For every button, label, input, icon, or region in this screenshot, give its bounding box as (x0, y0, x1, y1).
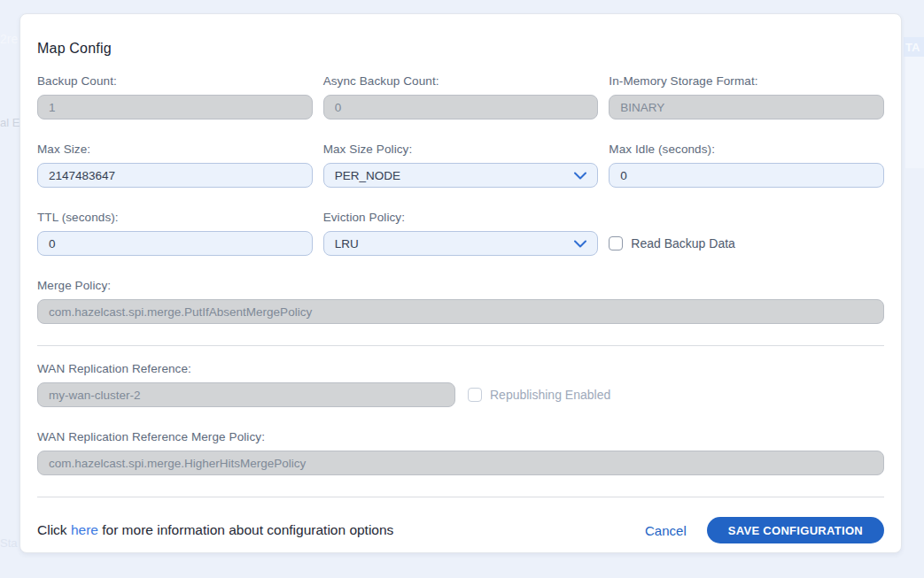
section-divider (37, 345, 884, 346)
max-size-label: Max Size: (37, 143, 313, 156)
eviction-policy-field: Eviction Policy: LRU (323, 212, 599, 256)
dialog-title: Map Config (37, 41, 884, 57)
ttl-label: TTL (seconds): (37, 212, 313, 224)
info-text: Click here for more information about co… (37, 522, 393, 538)
read-backup-data-checkbox[interactable] (609, 236, 623, 250)
max-idle-input[interactable] (609, 163, 884, 188)
async-backup-count-field: Async Backup Count: (323, 75, 599, 119)
background-text-fragment: al E (0, 116, 19, 129)
merge-policy-input (37, 299, 884, 324)
backup-count-label: Backup Count: (37, 75, 313, 88)
max-size-input[interactable] (37, 163, 313, 188)
chevron-down-icon (574, 172, 586, 180)
footer-actions: Cancel SAVE CONFIGURATION (645, 517, 884, 543)
max-size-field: Max Size: (37, 143, 313, 188)
async-backup-count-input (323, 95, 599, 119)
max-idle-label: Max Idle (seconds): (609, 143, 884, 156)
eviction-policy-select[interactable]: LRU (323, 231, 599, 256)
wan-merge-policy-field: WAN Replication Reference Merge Policy: (37, 431, 884, 475)
here-link[interactable]: here (71, 522, 98, 537)
backup-count-field: Backup Count: (37, 75, 313, 119)
map-config-dialog: Map Config Backup Count: Async Backup Co… (19, 13, 902, 553)
background-panel-fragment (905, 57, 924, 168)
background-text-fragment: 2re (0, 32, 18, 46)
chevron-down-icon (574, 240, 586, 248)
save-configuration-button[interactable]: SAVE CONFIGURATION (707, 517, 884, 543)
max-size-policy-field: Max Size Policy: PER_NODE (323, 143, 599, 188)
form-row-2: Max Size: Max Size Policy: PER_NODE Max … (37, 143, 884, 188)
wan-merge-policy-label: WAN Replication Reference Merge Policy: (37, 431, 884, 443)
wan-replication-reference-field: WAN Replication Reference: (37, 363, 455, 407)
wan-replication-row: WAN Replication Reference: Republishing … (37, 363, 884, 407)
max-size-policy-value: PER_NODE (335, 169, 400, 182)
form-row-3: TTL (seconds): Eviction Policy: LRU Read… (37, 212, 884, 256)
cancel-button[interactable]: Cancel (645, 523, 687, 538)
wan-replication-reference-input (37, 382, 455, 407)
ttl-field: TTL (seconds): (37, 212, 313, 256)
info-text-prefix: Click (37, 522, 71, 537)
info-text-suffix: for more information about configuration… (98, 522, 393, 537)
eviction-policy-label: Eviction Policy: (323, 212, 599, 224)
republishing-enabled-checkbox-row: Republishing Enabled (468, 382, 610, 407)
async-backup-count-label: Async Backup Count: (323, 75, 599, 88)
wan-merge-policy-input (37, 451, 884, 475)
backup-count-input (37, 95, 313, 119)
in-memory-format-input (609, 95, 884, 119)
max-idle-field: Max Idle (seconds): (609, 143, 884, 188)
republishing-enabled-checkbox (468, 388, 482, 402)
max-size-policy-select[interactable]: PER_NODE (323, 163, 599, 188)
in-memory-format-field: In-Memory Storage Format: (609, 75, 884, 119)
background-text-fragment: Sta (0, 536, 18, 550)
background-badge-fragment: TA (904, 37, 924, 57)
form-row-1: Backup Count: Async Backup Count: In-Mem… (37, 75, 884, 119)
republishing-enabled-label: Republishing Enabled (490, 388, 610, 402)
max-size-policy-label: Max Size Policy: (323, 143, 599, 156)
in-memory-format-label: In-Memory Storage Format: (609, 75, 884, 88)
section-divider (37, 497, 884, 497)
dialog-footer: Click here for more information about co… (37, 517, 884, 543)
merge-policy-label: Merge Policy: (37, 280, 884, 292)
merge-policy-field: Merge Policy: (37, 280, 884, 324)
wan-replication-reference-label: WAN Replication Reference: (37, 363, 455, 375)
read-backup-data-checkbox-row: Read Backup Data (609, 231, 884, 256)
eviction-policy-value: LRU (335, 237, 359, 250)
ttl-input[interactable] (37, 231, 313, 256)
read-backup-data-label: Read Backup Data (631, 236, 735, 250)
